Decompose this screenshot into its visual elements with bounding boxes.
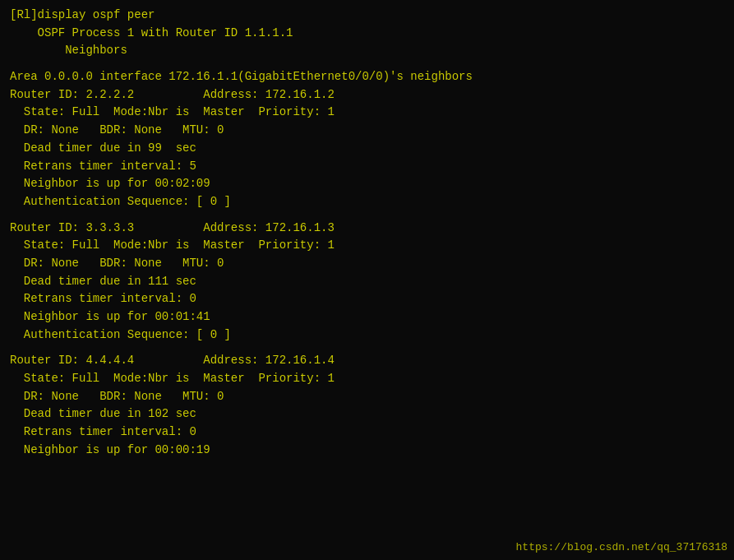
watermark-text: https://blog.csdn.net/qq_37176318 [516,541,727,553]
neighbor-3-dead-timer: Dead timer due in 102 sec [10,405,724,423]
neighbor-2-router-id: Router ID: 3.3.3.3 Address: 172.16.1.3 [10,220,724,238]
neighbor-2-retrans: Retrans timer interval: 0 [10,290,724,308]
neighbor-2-dr: DR: None BDR: None MTU: 0 [10,255,724,273]
neighbor-1-state: State: Full Mode:Nbr is Master Priority:… [10,104,724,122]
neighbor-1-dr: DR: None BDR: None MTU: 0 [10,122,724,140]
terminal-window: [Rl]display ospf peer OSPF Process 1 wit… [0,0,734,560]
neighbor-1-up: Neighbor is up for 00:02:09 [10,175,724,193]
command-line: [Rl]display ospf peer [10,7,724,25]
neighbor-1-auth: Authentication Sequence: [ 0 ] [10,193,724,211]
neighbor-2-up: Neighbor is up for 00:01:41 [10,308,724,326]
neighbor-3-router-id: Router ID: 4.4.4.4 Address: 172.16.1.4 [10,352,724,370]
neighbor-2-dead-timer: Dead timer due in 111 sec [10,273,724,291]
neighbors-label: Neighbors [10,42,724,60]
neighbor-1-retrans: Retrans timer interval: 5 [10,158,724,176]
neighbor-1-dead-timer: Dead timer due in 99 sec [10,140,724,158]
neighbor-1-router-id: Router ID: 2.2.2.2 Address: 172.16.1.2 [10,86,724,104]
neighbor-2-auth: Authentication Sequence: [ 0 ] [10,326,724,345]
neighbor-2-state: State: Full Mode:Nbr is Master Priority:… [10,237,724,255]
neighbor-3-state: State: Full Mode:Nbr is Master Priority:… [10,370,724,388]
neighbor-3-retrans: Retrans timer interval: 0 [10,423,724,442]
neighbor-3-dr: DR: None BDR: None MTU: 0 [10,388,724,406]
neighbor-3-up: Neighbor is up for 00:00:19 [10,442,724,460]
area-header: Area 0.0.0.0 interface 172.16.1.1(Gigabi… [10,68,724,86]
process-title: OSPF Process 1 with Router ID 1.1.1.1 [10,25,724,43]
